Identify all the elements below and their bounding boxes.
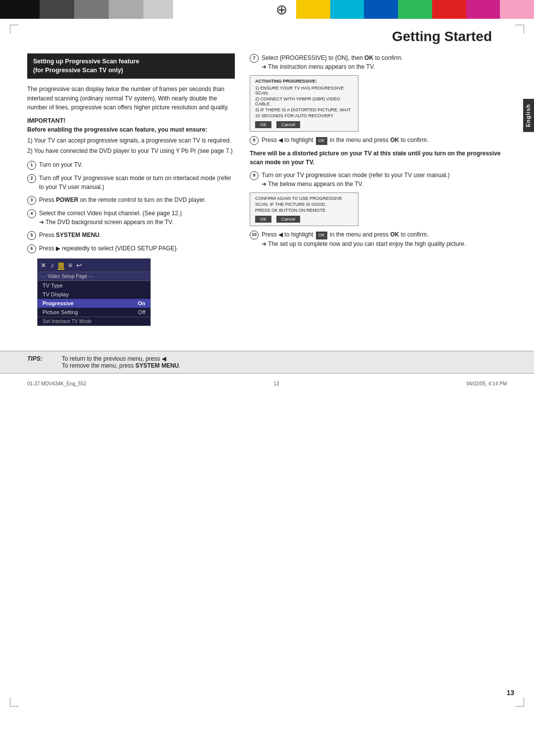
confirm-line-2: SCAN. IF THE PICTURE IS GOOD, (255, 202, 353, 207)
tips-content: To return to the previous menu, press ◀ … (62, 355, 180, 369)
video-setup-menu: ✕ ♪ ▦ ≡ ↩ - - Video Setup Page - - TV Ty… (37, 258, 151, 326)
page-number: 13 (506, 689, 514, 697)
tips-bar: TIPS: To return to the previous menu, pr… (0, 351, 534, 374)
step-7: 7 Select {PROGRESSIVE} to {ON}, then OK … (250, 53, 507, 71)
menu-icon-scissors: ✕ (41, 261, 46, 269)
activation-ok-btn[interactable]: OK (255, 121, 271, 128)
left-column: Setting up Progressive Scan feature (for… (27, 53, 235, 331)
activation-box: ACTIVATING PROGRESSIVE: 1) ENSURE YOUR T… (250, 75, 358, 132)
activation-cancel-btn[interactable]: Cancel (276, 121, 300, 128)
activation-line-1: 1) ENSURE YOUR TV HAS PROGRESSIVE SCAN. (255, 86, 353, 95)
corner-mark-bl (10, 698, 19, 707)
confirm-ok-btn[interactable]: OK (255, 216, 271, 223)
bar-blue (364, 0, 398, 19)
step-5: 5 Press SYSTEM MENU. (27, 231, 235, 240)
activation-line-4: 15 SECONDS FOR AUTO RECOVERY. (255, 113, 353, 118)
step-1: 1 Turn on your TV. (27, 160, 235, 170)
menu-row-progressive: ProgressiveOn (38, 299, 150, 308)
menu-icon-settings: ≡ (68, 261, 72, 269)
intro-text: The progressive scan display twice the n… (27, 85, 235, 112)
menu-row-tvtype: TV Type (38, 281, 150, 290)
step-9: 9 Turn on your TV progressive scan mode … (250, 171, 507, 189)
corner-mark-br (515, 698, 524, 707)
confirm-line-3: PRESS OK BUTTON ON REMOTE (255, 208, 353, 213)
page-title: Getting Started (27, 29, 507, 45)
step-8: 8 Press ◀ to highlight OK in the menu an… (250, 136, 507, 145)
footer-left: 01-37 MDV434K_Eng_552 (27, 381, 87, 386)
right-column: 7 Select {PROGRESSIVE} to {ON}, then OK … (250, 53, 507, 331)
important-label: IMPORTANT! (27, 117, 235, 124)
confirm-cancel-btn[interactable]: Cancel (276, 216, 300, 223)
important-subhead: Before enabling the progressive scan fea… (27, 126, 235, 133)
bar-white (173, 0, 267, 19)
menu-row-tvdisplay: TV Display (38, 290, 150, 299)
step-3: 3 Press POWER on the remote control to t… (27, 195, 235, 205)
list-item: 1) Your TV can accept progressive signal… (27, 136, 235, 145)
warning-text: There will be a distorted picture on you… (250, 149, 507, 167)
bar-mid (74, 0, 109, 19)
crosshair-icon: ⊕ (267, 0, 296, 19)
bar-black (0, 0, 40, 19)
ok-pill-8: OK (316, 137, 327, 145)
bar-yellow (296, 0, 330, 19)
confirm-line-1: CONFIRM AGAIN TO USE PROGRESSIVE (255, 196, 353, 201)
bar-pink (500, 0, 534, 19)
important-list: 1) Your TV can accept progressive signal… (27, 136, 235, 155)
footer-right: 04/02/05, 4:14 PM (466, 381, 507, 386)
bar-light (109, 0, 143, 19)
important-section: IMPORTANT! Before enabling the progressi… (27, 117, 235, 155)
activation-line-2: 2) CONNECT WITH YPBPR (GBR) VIDEO CABLE. (255, 96, 353, 106)
section-heading-box: Setting up Progressive Scan feature (for… (27, 53, 235, 79)
confirm-buttons: OK Cancel (255, 216, 353, 223)
step-4: 4 Select the correct Video Input channel… (27, 209, 235, 227)
bar-green (398, 0, 432, 19)
bar-red (432, 0, 466, 19)
footer: 01-37 MDV434K_Eng_552 13 04/02/05, 4:14 … (0, 376, 534, 391)
step-6: 6 Press ▶ repeatedly to select {VIDEO SE… (27, 244, 235, 253)
menu-footer: Set Interlace TV Mode (38, 317, 150, 326)
menu-icon-audio: ♪ (50, 261, 54, 269)
top-color-bar: ⊕ (0, 0, 534, 19)
list-item: 2) You have connected the DVD player to … (27, 146, 235, 155)
activation-buttons: OK Cancel (255, 121, 353, 128)
menu-icons-row: ✕ ♪ ▦ ≡ ↩ (38, 259, 150, 272)
step-2: 2 Turn off your TV progressive scan mode… (27, 174, 235, 191)
bar-magenta (466, 0, 500, 19)
tips-label: TIPS: (27, 355, 52, 362)
menu-row-picture: Picture SettingOff (38, 308, 150, 317)
bar-lighter (143, 0, 173, 19)
ok-pill-10: OK (316, 232, 327, 239)
confirm-box: CONFIRM AGAIN TO USE PROGRESSIVE SCAN. I… (250, 192, 358, 226)
menu-icon-return: ↩ (76, 261, 82, 269)
menu-icon-video: ▦ (58, 261, 64, 270)
bar-dark (40, 0, 74, 19)
step-10: 10 Press ◀ to highlight OK in the menu a… (250, 230, 507, 248)
menu-label: - - Video Setup Page - - (38, 272, 150, 281)
activation-line-3: 3) IF THERE IS A DISTORTED PICTURE, WAIT (255, 107, 353, 112)
activation-title: ACTIVATING PROGRESSIVE: (255, 79, 353, 84)
footer-center: 13 (273, 381, 279, 386)
bar-cyan (330, 0, 364, 19)
